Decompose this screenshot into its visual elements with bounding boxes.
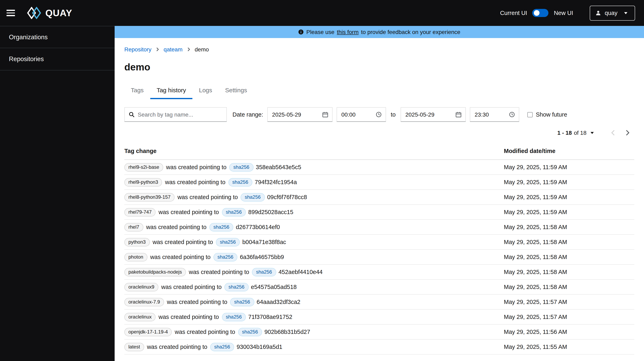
feedback-banner: Please use this form to provide feedback…	[114, 26, 644, 38]
search-icon	[129, 112, 134, 117]
hamburger-icon	[6, 10, 15, 11]
sha256-pill[interactable]: sha256	[222, 313, 246, 321]
sha256-pill[interactable]: sha256	[210, 223, 234, 231]
digest-text: 899d25028acc15	[248, 209, 294, 215]
sidebar-item-label: Repositories	[9, 55, 44, 63]
table-row: python3 was created pointing to sha256 b…	[124, 235, 634, 250]
pagination-menu-toggle[interactable]: 1 - 18 of 18	[557, 129, 594, 136]
calendar-icon	[456, 112, 461, 117]
column-header-modified: Modified date/time	[504, 143, 634, 160]
nav-toggle-button[interactable]	[6, 6, 20, 20]
end-date-calendar-button[interactable]	[452, 108, 466, 121]
sha256-pill[interactable]: sha256	[210, 343, 234, 351]
start-time-clock-button[interactable]	[372, 108, 386, 121]
to-label: to	[390, 111, 396, 118]
tag-pill[interactable]: rhel9-s2i-base	[124, 163, 163, 171]
banner-text-prefix: Please use	[306, 29, 334, 35]
start-time-input[interactable]	[337, 108, 372, 121]
sha256-pill[interactable]: sha256	[216, 238, 240, 246]
digest-text: 452aebf4410e44	[278, 269, 322, 275]
tag-pill[interactable]: oraclelinux	[124, 313, 156, 321]
sidebar-item-organizations[interactable]: Organizations	[0, 26, 114, 48]
start-date-input[interactable]	[268, 108, 318, 121]
user-menu-label: quay	[605, 10, 618, 16]
digest-text: 794f324fc1954a	[255, 179, 297, 185]
modified-date: May 29, 2025, 11:57 AM	[504, 295, 634, 309]
end-time-clock-button[interactable]	[505, 108, 519, 121]
sha256-pill[interactable]: sha256	[240, 193, 265, 201]
tag-action-text: was created pointing to	[161, 284, 222, 290]
quay-logo[interactable]: QUAY	[27, 7, 72, 19]
sha256-pill[interactable]: sha256	[229, 163, 253, 171]
tag-pill[interactable]: rhel9-python3	[124, 178, 162, 186]
tab-tags[interactable]: Tags	[124, 82, 150, 99]
tag-pill[interactable]: rhel7	[124, 223, 143, 231]
breadcrumb-current: demo	[194, 46, 209, 53]
ui-toggle-switch[interactable]	[532, 9, 548, 17]
toolbar: Date range:	[124, 107, 634, 122]
sha256-pill[interactable]: sha256	[238, 328, 262, 336]
tag-pill[interactable]: photon	[124, 253, 147, 261]
digest-text: 6a36fa46575bb9	[240, 254, 284, 260]
caret-down-icon	[624, 12, 628, 14]
breadcrumb-qateam[interactable]: qateam	[164, 46, 182, 53]
end-date-input[interactable]	[401, 108, 452, 121]
table-row: rhel8-python39-157 was created pointing …	[124, 190, 634, 205]
show-future-label: Show future	[536, 111, 567, 118]
tag-change-cell: python3 was created pointing to sha256 b…	[124, 238, 504, 246]
modified-date: May 29, 2025, 11:58 AM	[504, 250, 634, 265]
tag-change-cell: rhel9-python3 was created pointing to sh…	[124, 178, 504, 186]
tag-pill[interactable]: oraclelinux9	[124, 283, 158, 291]
tag-pill[interactable]: rhel8-python39-157	[124, 193, 174, 201]
tag-pill[interactable]: oraclelinux-7.9	[124, 298, 164, 306]
sidebar-item-repositories[interactable]: Repositories	[0, 48, 114, 70]
tab-tag-history[interactable]: Tag history	[150, 82, 192, 99]
tag-pill[interactable]: rhel79-747	[124, 208, 156, 216]
show-future-checkbox[interactable]	[527, 112, 532, 117]
tab-settings[interactable]: Settings	[219, 82, 254, 99]
main-content: Please use this form to provide feedback…	[114, 26, 644, 361]
sha256-pill[interactable]: sha256	[228, 178, 252, 186]
breadcrumb-repository[interactable]: Repository	[124, 46, 152, 53]
modified-date: May 29, 2025, 11:58 AM	[504, 235, 634, 250]
digest-text: d26773b0614ef0	[236, 224, 280, 230]
tag-pill[interactable]: python3	[124, 238, 150, 246]
search-input[interactable]	[138, 111, 222, 118]
table-row: rhel9-python3 was created pointing to sh…	[124, 175, 634, 190]
tag-action-text: was created pointing to	[165, 179, 226, 185]
sha256-pill[interactable]: sha256	[222, 208, 246, 216]
start-date-calendar-button[interactable]	[318, 108, 332, 121]
banner-text-suffix: to provide feedback on your experience	[361, 29, 460, 35]
sha256-pill[interactable]: sha256	[214, 253, 238, 261]
feedback-form-link[interactable]: this form	[337, 29, 358, 35]
tag-change-cell: oraclelinux-7.9 was created pointing to …	[124, 298, 504, 306]
modified-date: May 29, 2025, 11:59 AM	[504, 175, 634, 190]
digest-text: 358eab5643e5c5	[256, 164, 301, 170]
digest-text: e54575a05ad518	[251, 284, 297, 290]
current-ui-label: Current UI	[500, 10, 527, 16]
masthead-right: Current UI New UI quay	[500, 5, 635, 20]
sha256-pill[interactable]: sha256	[224, 283, 248, 291]
breadcrumb-separator-icon	[187, 47, 190, 51]
quay-logo-text: QUAY	[45, 7, 72, 18]
end-time-input[interactable]	[470, 108, 505, 121]
caret-down-icon	[590, 132, 594, 134]
pagination-prev-button[interactable]	[606, 126, 620, 140]
tag-pill[interactable]: paketobuildpacks-nodejs	[124, 268, 186, 276]
digest-text: 09cf6f76f78cc8	[267, 194, 307, 200]
tag-action-text: was created pointing to	[152, 239, 213, 245]
sha256-pill[interactable]: sha256	[230, 298, 254, 306]
tag-change-cell: rhel8-python39-157 was created pointing …	[124, 193, 504, 201]
user-menu-button[interactable]: quay	[590, 5, 635, 20]
tab-logs[interactable]: Logs	[192, 82, 218, 99]
table-row: rhel9-s2i-base was created pointing to s…	[124, 160, 634, 175]
tag-action-text: was created pointing to	[158, 209, 219, 215]
pagination-next-button[interactable]	[620, 126, 634, 140]
tag-pill[interactable]: latest	[124, 343, 144, 351]
tag-change-cell: latest was created pointing to sha256 93…	[124, 343, 504, 351]
tag-change-cell: openjdk-17-1.19-4 was created pointing t…	[124, 328, 504, 336]
pagination: 1 - 18 of 18	[124, 126, 634, 140]
tag-pill[interactable]: openjdk-17-1.19-4	[124, 328, 172, 336]
sidebar: Organizations Repositories	[0, 26, 114, 361]
sha256-pill[interactable]: sha256	[252, 268, 276, 276]
